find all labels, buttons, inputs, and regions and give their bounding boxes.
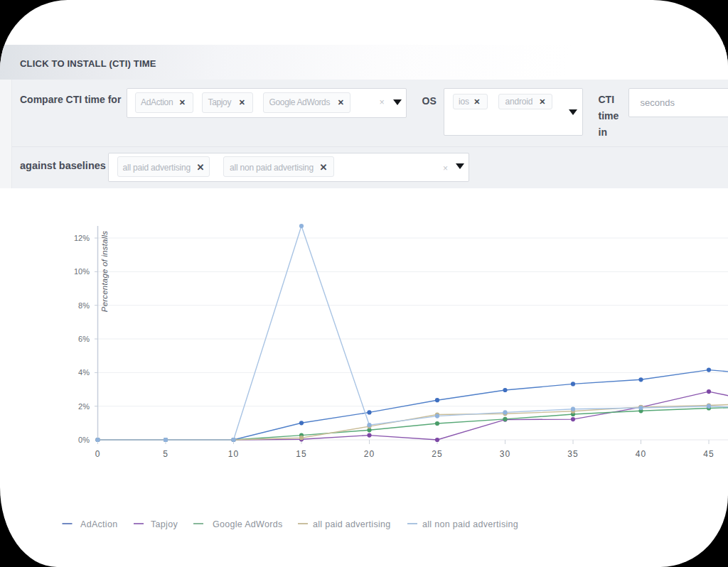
svg-text:10%: 10% (74, 267, 90, 276)
svg-text:all non paid advertising: all non paid advertising (422, 519, 518, 529)
svg-text:20: 20 (364, 449, 375, 459)
svg-text:25: 25 (432, 449, 442, 459)
svg-text:35: 35 (567, 449, 578, 459)
svg-text:0%: 0% (78, 436, 90, 444)
svg-text:6%: 6% (78, 335, 90, 343)
svg-text:12%: 12% (74, 234, 90, 242)
svg-text:30: 30 (500, 449, 510, 459)
svg-text:8%: 8% (78, 301, 90, 310)
svg-text:AdAction: AdAction (80, 519, 117, 529)
svg-text:5: 5 (163, 449, 168, 459)
svg-text:0: 0 (95, 449, 101, 459)
svg-text:10: 10 (228, 449, 239, 459)
svg-text:Tapjoy: Tapjoy (151, 519, 178, 529)
svg-text:15: 15 (296, 449, 306, 459)
svg-text:all paid advertising: all paid advertising (313, 519, 391, 529)
svg-text:40: 40 (636, 449, 646, 459)
svg-text:2%: 2% (78, 402, 90, 411)
svg-text:Percentage of installs: Percentage of installs (100, 231, 109, 312)
svg-text:Google AdWords: Google AdWords (213, 519, 282, 529)
svg-text:4%: 4% (78, 368, 90, 377)
svg-text:45: 45 (703, 449, 714, 459)
